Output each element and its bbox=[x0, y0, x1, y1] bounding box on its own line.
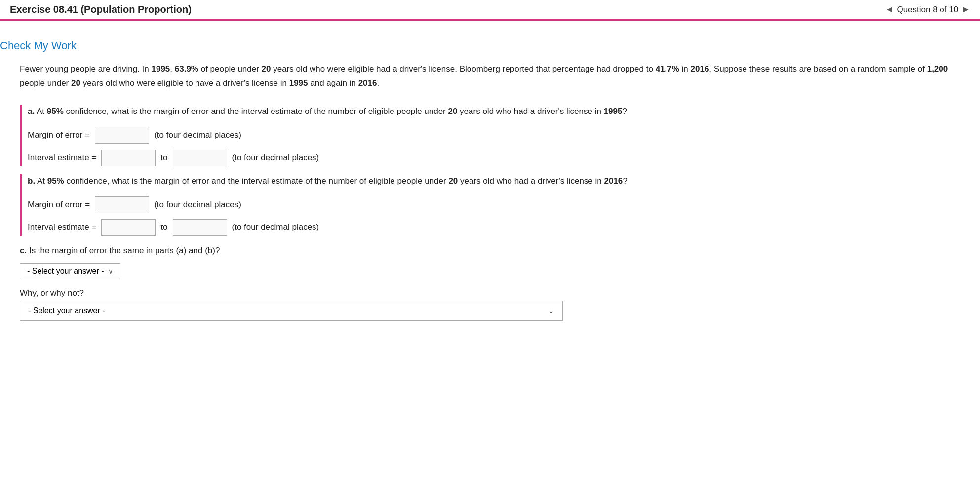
why-select-label: - Select your answer - bbox=[28, 306, 105, 315]
part-a-question: a. At 95% confidence, what is the margin… bbox=[28, 105, 960, 119]
part-a-interval-to: to bbox=[160, 153, 167, 163]
part-b-interval-from-input[interactable] bbox=[101, 219, 156, 236]
prev-arrow[interactable]: ◄ bbox=[885, 4, 894, 15]
part-a-margin-row: Margin of error = (to four decimal place… bbox=[28, 127, 960, 144]
part-b-interval-label: Interval estimate = bbox=[28, 223, 96, 232]
check-my-work-button[interactable]: Check My Work bbox=[0, 30, 91, 57]
part-a-margin-hint: (to four decimal places) bbox=[154, 130, 241, 140]
part-b-margin-label: Margin of error = bbox=[28, 200, 90, 210]
part-c-select-label: - Select your answer - bbox=[27, 267, 104, 276]
part-a-interval-to-input[interactable] bbox=[173, 150, 227, 166]
part-a-interval-from-input[interactable] bbox=[101, 150, 156, 166]
why-label: Why, or why not? bbox=[20, 288, 960, 298]
part-b-interval-to: to bbox=[160, 223, 167, 232]
part-b-margin-row: Margin of error = (to four decimal place… bbox=[28, 196, 960, 213]
part-b-interval-to-input[interactable] bbox=[173, 219, 227, 236]
part-a-interval-hint: (to four decimal places) bbox=[232, 153, 319, 163]
problem-text: Fewer young people are driving. In 1995,… bbox=[20, 62, 960, 91]
part-a-interval-label: Interval estimate = bbox=[28, 153, 96, 163]
part-c-section: c. Is the margin of error the same in pa… bbox=[20, 244, 960, 321]
question-counter: Question 8 of 10 bbox=[897, 5, 958, 15]
part-c-question: c. Is the margin of error the same in pa… bbox=[20, 244, 960, 258]
page-title: Exercise 08.41 (Population Proportion) bbox=[10, 4, 192, 15]
part-b-margin-input[interactable] bbox=[95, 196, 149, 213]
chevron-down-icon: ∨ bbox=[108, 267, 113, 275]
part-a-interval-row: Interval estimate = to (to four decimal … bbox=[28, 150, 960, 166]
part-b-section: b. At 95% confidence, what is the margin… bbox=[20, 174, 960, 236]
part-a-margin-label: Margin of error = bbox=[28, 130, 90, 140]
part-b-interval-hint: (to four decimal places) bbox=[232, 223, 319, 232]
next-arrow[interactable]: ► bbox=[961, 4, 970, 15]
part-b-interval-row: Interval estimate = to (to four decimal … bbox=[28, 219, 960, 236]
part-a-margin-input[interactable] bbox=[95, 127, 149, 144]
part-b-question: b. At 95% confidence, what is the margin… bbox=[28, 174, 960, 188]
why-select-answer[interactable]: - Select your answer - ⌄ bbox=[20, 301, 563, 321]
question-nav: ◄ Question 8 of 10 ► bbox=[885, 4, 970, 15]
part-a-section: a. At 95% confidence, what is the margin… bbox=[20, 105, 960, 166]
part-c-select-answer[interactable]: - Select your answer - ∨ bbox=[20, 263, 120, 279]
header-bar: Exercise 08.41 (Population Proportion) ◄… bbox=[0, 0, 980, 21]
chevron-down-icon-2: ⌄ bbox=[549, 307, 554, 315]
part-b-margin-hint: (to four decimal places) bbox=[154, 200, 241, 210]
content-area: Fewer young people are driving. In 1995,… bbox=[0, 57, 980, 487]
